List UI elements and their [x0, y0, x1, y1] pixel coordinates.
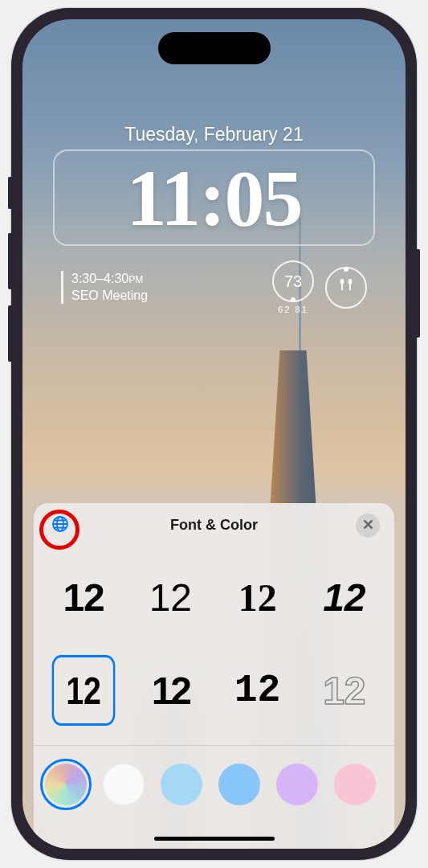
- weather-low-high: 62 81: [278, 305, 308, 314]
- font-option-4[interactable]: 12: [306, 562, 383, 633]
- font-option-8[interactable]: 12: [306, 655, 383, 726]
- dynamic-island: [158, 32, 271, 64]
- color-swatch-row: [34, 745, 394, 823]
- font-option-2[interactable]: 12: [132, 562, 209, 633]
- screen: Tuesday, February 21 11:05 3:30–4:30PM S…: [22, 19, 406, 849]
- color-swatch-pink[interactable]: [334, 764, 376, 805]
- font-option-3[interactable]: 12: [219, 562, 296, 633]
- airpods-widget[interactable]: [325, 267, 367, 309]
- calendar-time-range: 3:30–4:30PM: [71, 271, 261, 288]
- home-indicator[interactable]: [154, 837, 275, 841]
- font-option-1[interactable]: 12: [45, 562, 122, 633]
- font-option-5[interactable]: 12: [52, 655, 116, 726]
- weather-temp: 73: [272, 260, 314, 302]
- close-icon: [363, 518, 373, 533]
- widget-row[interactable]: 3:30–4:30PM SEO Meeting 73 62 81: [61, 260, 367, 314]
- panel-header: Font & Color: [34, 503, 394, 547]
- volume-up-button: [8, 233, 11, 289]
- calendar-widget[interactable]: 3:30–4:30PM SEO Meeting: [61, 271, 261, 305]
- font-color-panel: Font & Color 12 12 12 12 12 12 12: [34, 503, 394, 849]
- color-swatch-multicolor[interactable]: [45, 764, 87, 805]
- calendar-event-title: SEO Meeting: [71, 288, 261, 305]
- weather-widget[interactable]: 73 62 81: [272, 260, 314, 314]
- panel-title: Font & Color: [34, 517, 394, 534]
- lockscreen-date[interactable]: Tuesday, February 21: [22, 124, 406, 145]
- close-button[interactable]: [356, 514, 380, 538]
- color-swatch-lavender[interactable]: [276, 764, 318, 805]
- font-option-6[interactable]: 12: [132, 655, 209, 726]
- lockscreen-time: 11:05: [127, 152, 302, 244]
- font-option-7[interactable]: 12: [219, 655, 296, 726]
- airpods-icon: [337, 276, 355, 298]
- silent-switch: [8, 177, 11, 209]
- font-options-grid: 12 12 12 12 12 12 12 12: [34, 547, 394, 745]
- color-swatch-sky-blue[interactable]: [218, 764, 260, 805]
- iphone-frame: Tuesday, February 21 11:05 3:30–4:30PM S…: [11, 8, 417, 860]
- color-swatch-white[interactable]: [103, 764, 145, 805]
- color-swatch-light-blue[interactable]: [161, 764, 202, 805]
- lockscreen-time-container[interactable]: 11:05: [53, 149, 375, 246]
- side-button: [417, 249, 420, 338]
- volume-down-button: [8, 305, 11, 362]
